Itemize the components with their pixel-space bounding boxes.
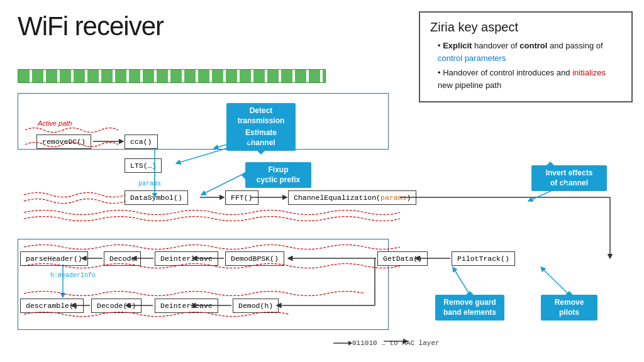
demodH-box: Demod(h) xyxy=(233,299,279,313)
bullet1-explicit: Explicit xyxy=(443,41,472,50)
bullet1-control: control xyxy=(519,41,547,50)
info-bullet-1: Explicit handover of control and passing… xyxy=(438,40,621,64)
mac-arrow-icon xyxy=(333,339,352,347)
deinterleave1-box: Deinterleave xyxy=(155,251,218,266)
header-info-label: h:HeaderInfo xyxy=(50,272,96,279)
cca-box: cca() xyxy=(125,134,158,149)
bullet2-text: Handover of control introduces and xyxy=(443,68,572,77)
pilotTrack-box: PilotTrack() xyxy=(452,251,515,266)
svg-marker-1 xyxy=(348,341,352,346)
channelEq-param: params xyxy=(380,194,406,202)
removeDC-box: removeDC() xyxy=(36,134,91,149)
channelEq-box: ChannelEqualization(params) xyxy=(288,190,416,205)
fft-box: FFT() xyxy=(225,190,258,205)
active-path-label: Active path xyxy=(38,119,72,127)
bullet1-and: and passing of xyxy=(550,41,603,50)
bullet1-mid: handover of xyxy=(474,41,519,50)
decode1-box: Decode xyxy=(104,251,141,266)
remove-guard-callout: Remove guard band elements xyxy=(435,295,504,321)
descramble-box: descramble() xyxy=(20,299,84,313)
remove-pilots-callout: Remove pilots xyxy=(541,295,597,321)
params-label: params xyxy=(138,180,161,187)
info-box: Ziria key aspect Explicit handover of co… xyxy=(419,11,633,102)
bullet2-end: new pipeline path xyxy=(438,80,501,90)
getData-box: GetData() xyxy=(377,251,428,266)
deinterleave2-box: Deinterleave xyxy=(155,299,218,313)
bullet1-blue: control parameters xyxy=(438,53,506,63)
decodeH-box: Decode(h) xyxy=(91,299,142,313)
parseHeader-box: parseHeader() xyxy=(20,251,88,266)
demodBPSK-box: DemodBPSK() xyxy=(225,251,284,266)
mac-label: 011010 … to MAC layer xyxy=(352,339,440,347)
dataSymbol-box: DataSymbol() xyxy=(125,190,188,205)
info-box-title: Ziria key aspect xyxy=(430,20,621,35)
info-bullet-2: Handover of control introduces and initi… xyxy=(438,67,621,91)
lts-box: LTS(…) xyxy=(125,158,162,173)
page-title: WiFi receiver xyxy=(18,11,164,41)
invert-callout: Invert effects of channel xyxy=(531,165,607,191)
bullet2-red: initializes xyxy=(572,68,606,77)
estimate-callout: Estimate channel xyxy=(226,125,296,151)
green-bar xyxy=(18,69,326,83)
fixup-callout: Fixup cyclic prefix xyxy=(245,162,311,188)
